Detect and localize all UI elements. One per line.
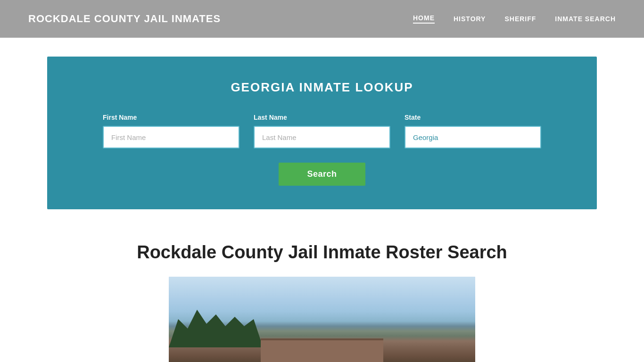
inmate-lookup-section: GEORGIA INMATE LOOKUP First Name Last Na… <box>47 57 597 209</box>
lookup-title: GEORGIA INMATE LOOKUP <box>75 80 569 95</box>
first-name-label: First Name <box>103 114 239 121</box>
jail-building-image <box>169 277 475 362</box>
state-group: State <box>405 114 541 148</box>
search-button-row: Search <box>75 163 569 186</box>
nav-sheriff[interactable]: SHERIFF <box>504 15 536 23</box>
site-title: ROCKDALE COUNTY JAIL INMATES <box>28 13 221 25</box>
last-name-label: Last Name <box>254 114 390 121</box>
search-button[interactable]: Search <box>279 163 365 186</box>
site-header: ROCKDALE COUNTY JAIL INMATES HOME HISTOR… <box>0 0 644 38</box>
last-name-group: Last Name <box>254 114 390 148</box>
last-name-input[interactable] <box>254 126 390 148</box>
nav-inmate-search[interactable]: INMATE SEARCH <box>555 15 616 23</box>
state-label: State <box>405 114 541 121</box>
page-main-title: Rockdale County Jail Inmate Roster Searc… <box>47 242 597 263</box>
form-fields-row: First Name Last Name State <box>75 114 569 148</box>
jail-image-inner <box>169 277 475 362</box>
main-nav: HOME HISTORY SHERIFF INMATE SEARCH <box>413 14 616 24</box>
first-name-group: First Name <box>103 114 239 148</box>
state-input[interactable] <box>405 126 541 148</box>
content-section: Rockdale County Jail Inmate Roster Searc… <box>0 228 644 362</box>
first-name-input[interactable] <box>103 126 239 148</box>
nav-home[interactable]: HOME <box>413 14 435 24</box>
nav-history[interactable]: HISTORY <box>454 15 486 23</box>
